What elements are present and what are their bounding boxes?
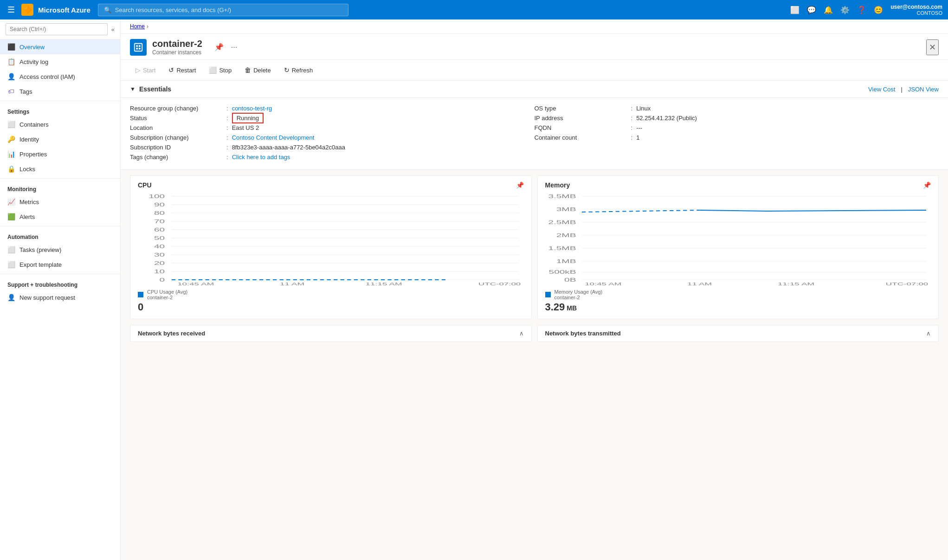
status-badge: Running [232,113,264,123]
alerts-icon: 🟩 [7,213,15,220]
toolbar: ▷ Start ↺ Restart ⬜ Stop 🗑 Delete ↻ Refr… [121,60,948,81]
sidebar-label-containers: Containers [19,121,49,128]
cpu-chart-title: CPU [138,181,152,189]
memory-chart-card: Memory 📌 3.5MB 3MB 2.5MB 2MB 1.5MB 1MB [537,175,939,319]
svg-text:20: 20 [154,261,165,266]
brand-name: Microsoft Azure [38,6,90,14]
sidebar-item-access-control[interactable]: 👤 Access control (IAM) [0,69,120,84]
cpu-chart-header: CPU 📌 [138,181,524,189]
svg-text:100: 100 [149,194,165,199]
close-button[interactable]: ✕ [926,39,939,55]
sidebar-label-new-support: New support request [19,294,75,301]
sidebar-search-input[interactable] [6,23,108,35]
cpu-chart-pin-icon[interactable]: 📌 [516,181,524,189]
stop-button[interactable]: ⬜ Stop [203,64,237,77]
sidebar-item-containers[interactable]: ⬜ Containers [0,117,120,132]
network-transmitted-card[interactable]: Network bytes transmitted ∧ [537,325,939,342]
tags-link[interactable]: Click here to add tags [232,154,290,161]
restart-button[interactable]: ↺ Restart [163,64,201,77]
sidebar-item-properties[interactable]: 📊 Properties [0,147,120,161]
user-info[interactable]: user@contoso.com CONTOSO [890,4,942,16]
essentials-location: Location : East US 2 [130,123,535,133]
svg-rect-3 [136,47,138,49]
essentials-header[interactable]: ▼ Essentials View Cost | JSON View [121,81,948,98]
sidebar-item-tasks[interactable]: ⬜ Tasks (preview) [0,242,120,257]
pin-resource-button[interactable]: 📌 [213,41,226,53]
status-label: Status [130,115,223,122]
sidebar-item-activity-log[interactable]: 📋 Activity log [0,54,120,69]
sidebar-label-overview: Overview [19,44,45,51]
svg-text:11 AM: 11 AM [687,282,712,285]
view-cost-link[interactable]: View Cost [868,86,895,93]
resource-group-link[interactable]: contoso-test-rg [232,105,272,112]
delete-button[interactable]: 🗑 Delete [239,64,277,77]
search-bar[interactable]: 🔍 [98,4,348,16]
account-icon[interactable]: 😊 [874,6,883,14]
sidebar-label-activity-log: Activity log [19,58,48,65]
restart-label: Restart [176,67,196,74]
refresh-label: Refresh [292,67,313,74]
collapse-sidebar-icon[interactable]: « [111,26,115,33]
breadcrumb-home[interactable]: Home [130,23,145,30]
essentials-os-type: OS type : Linux [535,103,939,113]
subscription-id-value: 8fb323e3-aaaa-aaaa-a772-5be04a2c0aaa [232,144,345,151]
essentials-grid: Resource group (change) : contoso-test-r… [121,98,948,170]
ip-address-value: 52.254.41.232 (Public) [636,115,697,122]
sidebar-item-overview[interactable]: ⬛ Overview [0,39,120,54]
sidebar-label-locks: Locks [19,166,35,173]
svg-text:2.5MB: 2.5MB [548,220,576,225]
svg-text:UTC-07:00: UTC-07:00 [478,282,521,285]
essentials-actions: View Cost | JSON View [868,86,939,93]
sidebar-label-metrics: Metrics [19,199,39,206]
feedback-icon[interactable]: 💬 [807,6,816,14]
cpu-chart-card: CPU 📌 100 90 80 70 60 50 40 [130,175,532,319]
cloud-shell-icon[interactable]: ⬜ [790,6,800,14]
content-area[interactable]: ▼ Essentials View Cost | JSON View Resou… [121,81,948,560]
main-content: Home › container-2 Container instances 📌… [121,19,948,560]
start-icon: ▷ [135,66,141,74]
breadcrumb-separator: › [147,23,148,30]
delete-label: Delete [253,67,271,74]
sidebar-label-tags: Tags [19,88,32,95]
subscription-id-label: Subscription ID [130,144,223,151]
subscription-link[interactable]: Contoso Content Development [232,134,315,141]
overview-icon: ⬛ [7,43,15,51]
status-value: Running [232,115,264,122]
essentials-status: Status : Running [130,113,535,123]
svg-text:11 AM: 11 AM [280,282,304,285]
search-icon: 🔍 [104,6,111,13]
resource-header: container-2 Container instances 📌 ··· ✕ [121,34,948,60]
sidebar-item-export-template[interactable]: ⬜ Export template [0,257,120,272]
hamburger-menu[interactable]: ☰ [6,3,17,17]
memory-chart-title: Memory [545,181,570,189]
monitoring-section-label: Monitoring [0,180,120,194]
settings-icon[interactable]: ⚙️ [840,6,850,14]
os-type-value: Linux [636,105,651,112]
memory-chart-pin-icon[interactable]: 📌 [923,181,931,189]
sidebar-item-locks[interactable]: 🔒 Locks [0,161,120,176]
resource-name: container-2 [152,39,202,49]
svg-text:2MB: 2MB [556,233,576,238]
help-icon[interactable]: ❓ [857,6,866,14]
tags-icon: 🏷 [7,88,15,95]
search-input[interactable] [115,6,342,13]
user-email: user@contoso.com [890,4,942,10]
svg-text:0B: 0B [564,277,576,283]
sidebar-item-identity[interactable]: 🔑 Identity [0,132,120,147]
start-button[interactable]: ▷ Start [130,64,161,77]
svg-text:0: 0 [160,277,165,283]
notifications-icon[interactable]: 🔔 [824,6,833,14]
refresh-button[interactable]: ↻ Refresh [278,64,319,77]
sidebar-item-metrics[interactable]: 📈 Metrics [0,194,120,209]
svg-text:1MB: 1MB [556,259,576,264]
network-received-card[interactable]: Network bytes received ∧ [130,325,532,342]
sidebar-item-tags[interactable]: 🏷 Tags [0,84,120,99]
network-transmitted-title: Network bytes transmitted [545,330,621,337]
sidebar-item-alerts[interactable]: 🟩 Alerts [0,209,120,224]
json-view-link[interactable]: JSON View [908,86,939,93]
sidebar-item-new-support[interactable]: 👤 New support request [0,290,120,305]
more-options-button[interactable]: ··· [229,41,239,53]
essentials-title: Essentials [139,85,171,93]
location-value: East US 2 [232,124,259,131]
location-label: Location [130,124,223,131]
